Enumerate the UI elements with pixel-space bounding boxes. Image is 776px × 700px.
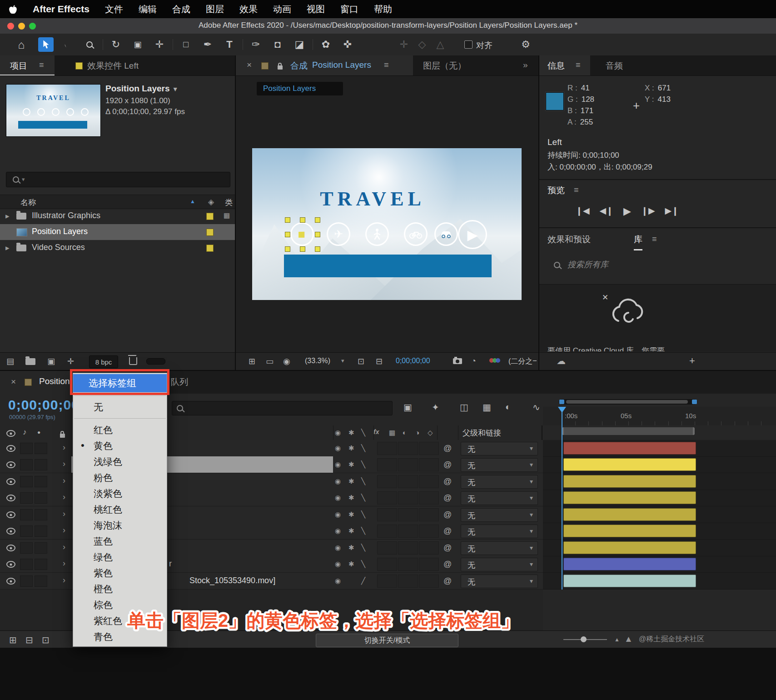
quality-slash-icon[interactable]: ╲: [361, 444, 365, 452]
tab-effect-controls[interactable]: 效果控件 Left: [87, 60, 139, 72]
nav-end-handle[interactable]: [692, 400, 697, 404]
lock-column-icon[interactable]: [60, 434, 65, 438]
menu-item-light-green[interactable]: 浅绿色: [73, 454, 167, 470]
parent-pickwhip-icon[interactable]: @: [443, 576, 452, 586]
collapse-icon[interactable]: ✱: [348, 444, 354, 452]
parent-link-dropdown[interactable]: 无▾: [461, 442, 538, 455]
parent-link-dropdown[interactable]: 无▾: [461, 525, 538, 538]
menu-item-blue[interactable]: 蓝色: [73, 533, 167, 549]
expand-chevron-icon[interactable]: ›: [63, 492, 65, 502]
more-tabs-icon[interactable]: »: [523, 60, 528, 70]
delete-trash-icon[interactable]: [129, 357, 137, 365]
parent-pickwhip-icon[interactable]: @: [443, 444, 452, 453]
menu-view[interactable]: 视图: [307, 3, 325, 15]
project-settings-icon[interactable]: ✛: [67, 356, 74, 366]
apple-menu-icon[interactable]: [9, 4, 17, 14]
panel-menu-icon[interactable]: ≡: [576, 60, 581, 70]
type-tool-icon[interactable]: T: [222, 37, 237, 52]
collapse-icon[interactable]: ✱: [348, 477, 354, 485]
collapse-icon[interactable]: ✱: [348, 494, 354, 502]
menu-layer[interactable]: 图层: [206, 3, 224, 15]
visibility-eye-icon[interactable]: [6, 528, 15, 535]
menu-composition[interactable]: 合成: [172, 3, 190, 15]
video-column-eye-icon[interactable]: [6, 430, 15, 437]
frame-blend-icon[interactable]: ▦: [483, 402, 491, 413]
parent-link-dropdown[interactable]: 无▾: [461, 475, 538, 489]
plane-icon-circle[interactable]: ✈: [327, 222, 350, 246]
visibility-eye-icon[interactable]: [6, 545, 15, 551]
quality-icon[interactable]: ◉: [335, 544, 341, 552]
shy-layers-icon[interactable]: ◫: [460, 402, 468, 413]
selection-handle[interactable]: [300, 246, 305, 252]
next-frame-button[interactable]: ❙▶: [641, 205, 655, 217]
quality-icon[interactable]: ◉: [335, 460, 341, 469]
menu-file[interactable]: 文件: [105, 3, 123, 15]
pen-tool-icon[interactable]: ✒: [200, 37, 215, 52]
work-area-bar[interactable]: [562, 427, 695, 435]
panel-menu-icon[interactable]: ≡: [652, 235, 657, 244]
quality-slash-icon[interactable]: ╲: [361, 494, 365, 502]
parent-link-dropdown[interactable]: 无▾: [461, 558, 538, 571]
selection-tool-icon[interactable]: [38, 37, 54, 52]
magnification-icon[interactable]: ◉: [283, 356, 290, 366]
zoom-caret-icon[interactable]: ▾: [341, 357, 344, 364]
parent-pickwhip-icon[interactable]: @: [443, 510, 452, 520]
shape-tool-icon[interactable]: □: [178, 37, 194, 52]
resolution-setting[interactable]: (二分之一): [508, 357, 537, 366]
viewer-timecode[interactable]: 0;00;00;00: [396, 357, 430, 365]
clone-stamp-tool-icon[interactable]: ◘: [270, 37, 285, 52]
project-row-position-layers[interactable]: Position Layers: [0, 224, 235, 240]
app-menu[interactable]: After Effects: [33, 4, 90, 15]
visibility-eye-icon[interactable]: [6, 478, 15, 485]
tab-project[interactable]: 项目 ≡: [0, 55, 55, 75]
layer-bar[interactable]: [563, 525, 696, 537]
menu-item-none[interactable]: 无: [73, 399, 167, 415]
first-frame-button[interactable]: ❙◀: [576, 205, 590, 217]
tab-audio[interactable]: 音频: [606, 60, 623, 72]
current-timecode[interactable]: 0;00;00;00: [8, 397, 80, 413]
expand-chevron-icon[interactable]: ▸: [5, 243, 10, 253]
always-preview-icon[interactable]: ⊞: [249, 356, 255, 366]
quality-slash-icon[interactable]: ╱: [361, 577, 365, 585]
zoom-level[interactable]: (33.3%): [305, 357, 330, 365]
parent-pickwhip-icon[interactable]: @: [443, 560, 452, 569]
library-search-field[interactable]: 搜索所有库: [546, 255, 769, 274]
project-flowchart-button[interactable]: [146, 358, 165, 365]
parent-pickwhip-icon[interactable]: @: [443, 526, 452, 536]
primary-viewer-icon[interactable]: ▭: [266, 356, 274, 366]
expand-chevron-icon[interactable]: ›: [63, 559, 65, 568]
close-tab-icon[interactable]: ×: [11, 377, 16, 387]
collapse-icon[interactable]: ✱: [348, 510, 354, 519]
zoom-in-mountain-icon[interactable]: ▲: [624, 634, 633, 644]
compass-icon-circle[interactable]: ◆: [290, 222, 314, 246]
previous-frame-button[interactable]: ◀❙: [600, 205, 614, 217]
project-row-illustrator-graphics[interactable]: ▸ Illustrator Graphics ▦: [0, 208, 235, 224]
menu-effect[interactable]: 效果: [239, 3, 258, 15]
quality-icon[interactable]: ◉: [335, 510, 341, 519]
quality-icon[interactable]: ◉: [335, 494, 341, 502]
expand-in-out-icon[interactable]: ⊡: [42, 635, 50, 645]
menu-item-lavender[interactable]: 淡紫色: [73, 485, 167, 501]
parent-link-dropdown[interactable]: 无▾: [461, 575, 538, 588]
interpret-footage-icon[interactable]: ▤: [6, 356, 14, 366]
panel-menu-icon[interactable]: ≡: [39, 60, 44, 70]
zoom-tool-icon[interactable]: [82, 37, 97, 52]
expand-chevron-icon[interactable]: ›: [63, 459, 65, 469]
layer-name-fragment[interactable]: r: [169, 559, 172, 569]
expand-chevron-icon[interactable]: ›: [63, 525, 65, 535]
panel-menu-icon[interactable]: ≡: [384, 60, 389, 70]
parent-link-dropdown[interactable]: 无▾: [461, 458, 538, 472]
quality-icon[interactable]: ◉: [335, 477, 341, 485]
composition-viewer[interactable]: TRAVEL ◆ ✈ ▶: [252, 148, 522, 300]
quality-slash-icon[interactable]: ╲: [361, 544, 365, 552]
project-row-video-sources[interactable]: ▸ Video Sources: [0, 240, 235, 256]
home-icon[interactable]: ⌂: [14, 37, 29, 52]
visibility-eye-icon[interactable]: [6, 561, 15, 568]
nav-scroll-handle[interactable]: [566, 400, 688, 404]
parent-pickwhip-icon[interactable]: @: [443, 493, 452, 503]
expand-chevron-icon[interactable]: ▸: [5, 211, 10, 221]
playhead-line[interactable]: [562, 407, 562, 590]
solo-column-icon[interactable]: ●: [37, 429, 40, 435]
tab-composition[interactable]: × 合成 Position Layers ≡: [236, 55, 413, 75]
menu-item-purple[interactable]: 紫色: [73, 565, 167, 581]
